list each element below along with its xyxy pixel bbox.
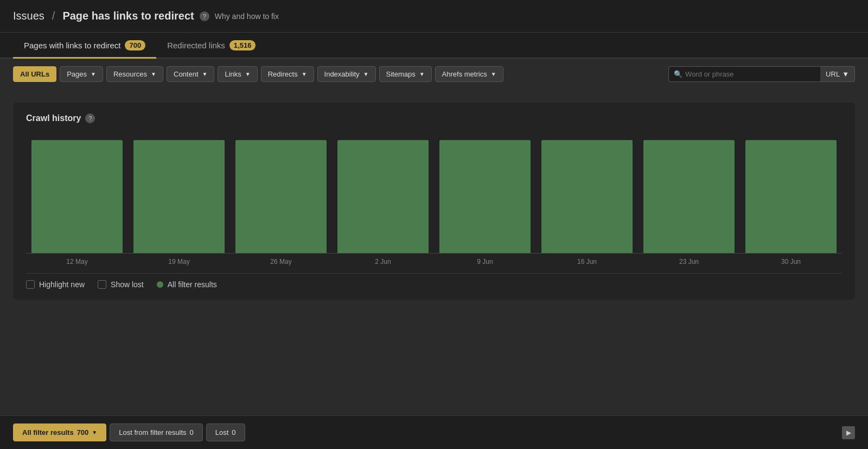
chart-bar-group [643, 134, 735, 253]
search-type-button[interactable]: URL ▼ [820, 66, 855, 82]
crawl-header: Crawl history ? [26, 113, 842, 123]
show-lost-item[interactable]: Show lost [98, 280, 144, 289]
chart-label: 19 May [133, 258, 225, 265]
chart-bar-group [439, 134, 531, 253]
lost-label: Lost [215, 428, 229, 437]
search-wrapper: 🔍 URL ▼ [668, 66, 855, 82]
chart-bar[interactable] [643, 140, 735, 253]
sitemaps-arrow-icon: ▼ [419, 71, 425, 77]
lost-from-filter-label: Lost from filter results [119, 428, 186, 437]
chart-bar[interactable] [745, 140, 837, 253]
chart-label: 16 Jun [541, 258, 633, 265]
chart-bar-group [541, 134, 633, 253]
bottom-bar: All filter results 700 ▼ Lost from filte… [0, 415, 868, 449]
tab-pages-badge: 700 [125, 40, 145, 50]
chart-bar[interactable] [235, 140, 327, 253]
tab-redirected-label: Redirected links [167, 41, 225, 50]
lost-button[interactable]: Lost 0 [206, 423, 245, 441]
chart-label: 9 Jun [439, 258, 531, 265]
filter-links[interactable]: Links ▼ [218, 66, 257, 82]
bottom-right: ▶ [842, 426, 855, 439]
all-filter-results-item: All filter results [157, 280, 217, 289]
chart-bar[interactable] [337, 140, 429, 253]
chart-bar-group [235, 134, 327, 253]
tab-pages-with-links[interactable]: Pages with links to redirect 700 [13, 33, 156, 59]
show-lost-checkbox[interactable] [98, 280, 106, 289]
all-filter-results-btn-count: 700 [77, 428, 89, 437]
filter-ahrefs-metrics[interactable]: Ahrefs metrics ▼ [435, 66, 503, 82]
tabs-bar: Pages with links to redirect 700 Redirec… [0, 33, 868, 59]
all-filter-results-button[interactable]: All filter results 700 ▼ [13, 423, 106, 441]
chart-bar-group [31, 134, 123, 253]
chart-label: 30 Jun [745, 258, 837, 265]
chart-bar-group [337, 134, 429, 253]
search-type-arrow-icon: ▼ [842, 70, 849, 78]
lost-count: 0 [232, 428, 235, 437]
filter-bar: All URLs Pages ▼ Resources ▼ Content ▼ L… [0, 59, 868, 90]
search-container: 🔍 [668, 66, 820, 82]
filter-content[interactable]: Content ▼ [167, 66, 214, 82]
chart-bar-group [133, 134, 225, 253]
chart-bar[interactable] [541, 140, 633, 253]
page-header: Issues / Page has links to redirect ? Wh… [0, 0, 868, 33]
tab-pages-label: Pages with links to redirect [24, 41, 120, 50]
help-icon[interactable]: ? [200, 11, 209, 21]
all-filter-dot-icon [157, 281, 163, 288]
all-filter-arrow-icon: ▼ [92, 429, 97, 435]
chart-bar[interactable] [439, 140, 531, 253]
lost-from-filter-count: 0 [190, 428, 194, 437]
all-filter-results-label: All filter results [168, 280, 217, 289]
chart-bars [26, 134, 842, 254]
filter-sitemaps[interactable]: Sitemaps ▼ [379, 66, 432, 82]
why-fix-link[interactable]: Why and how to fix [215, 12, 279, 21]
redirects-arrow-icon: ▼ [302, 71, 307, 77]
tab-redirected-links[interactable]: Redirected links 1,516 [156, 33, 266, 59]
filter-resources[interactable]: Resources ▼ [106, 66, 163, 82]
chart-label: 23 Jun [643, 258, 735, 265]
chart-label: 12 May [31, 258, 123, 265]
chart-bar-group [745, 134, 837, 253]
chart-bar[interactable] [133, 140, 225, 253]
all-filter-results-btn-label: All filter results [22, 428, 74, 437]
search-type-label: URL [826, 70, 840, 78]
filter-indexability[interactable]: Indexability ▼ [317, 66, 376, 82]
ahrefs-arrow-icon: ▼ [491, 71, 496, 77]
scroll-indicator[interactable]: ▶ [842, 426, 855, 439]
chart-labels: 12 May19 May26 May2 Jun9 Jun16 Jun23 Jun… [26, 254, 842, 265]
show-lost-label: Show lost [111, 280, 144, 289]
indexability-arrow-icon: ▼ [363, 71, 369, 77]
highlight-new-checkbox[interactable] [26, 280, 35, 289]
crawl-history-title: Crawl history [26, 113, 81, 123]
highlight-new-label: Highlight new [39, 280, 85, 289]
issues-link[interactable]: Issues [13, 10, 44, 22]
filter-pages[interactable]: Pages ▼ [60, 66, 103, 82]
chart-legend: Highlight new Show lost All filter resul… [26, 273, 842, 289]
links-arrow-icon: ▼ [245, 71, 251, 77]
page-title: Page has links to redirect [62, 10, 194, 22]
filter-redirects[interactable]: Redirects ▼ [261, 66, 314, 82]
chart-label: 26 May [235, 258, 327, 265]
pages-arrow-icon: ▼ [91, 71, 96, 77]
chart-label: 2 Jun [337, 258, 429, 265]
crawl-history-section: Crawl history ? 12 May19 May26 May2 Jun9… [13, 103, 855, 300]
chart-container: 12 May19 May26 May2 Jun9 Jun16 Jun23 Jun… [26, 134, 842, 264]
main-content: Crawl history ? 12 May19 May26 May2 Jun9… [0, 90, 868, 313]
content-arrow-icon: ▼ [202, 71, 208, 77]
search-input[interactable] [668, 66, 820, 82]
chart-bar[interactable] [31, 140, 123, 253]
filter-all-urls[interactable]: All URLs [13, 66, 56, 82]
tab-redirected-badge: 1,516 [229, 40, 256, 50]
lost-from-filter-button[interactable]: Lost from filter results 0 [110, 423, 203, 441]
breadcrumb-separator: / [52, 10, 55, 22]
highlight-new-item[interactable]: Highlight new [26, 280, 85, 289]
crawl-help-icon[interactable]: ? [85, 113, 95, 123]
resources-arrow-icon: ▼ [151, 71, 156, 77]
